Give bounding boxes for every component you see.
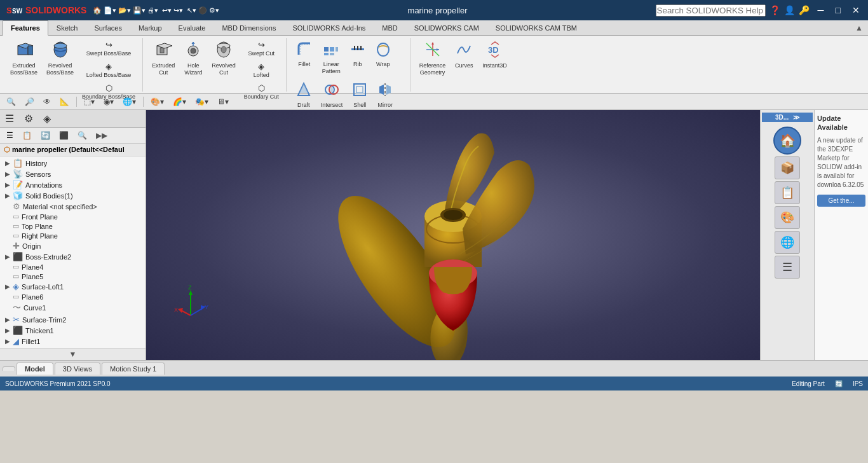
panel-expand-btn[interactable]: ≫ <box>793 114 799 121</box>
viewport[interactable]: Z X Y <box>146 110 760 360</box>
help-btn[interactable]: ❓ <box>770 5 780 15</box>
wrap-btn[interactable]: Wrap <box>371 38 395 71</box>
tree-annotations[interactable]: ▶ 📝 Annotations <box>0 179 146 190</box>
swept-boss-btn[interactable]: ↪ Swept Boss/Base <box>79 38 139 59</box>
get-update-btn[interactable]: Get the... <box>817 195 865 207</box>
expand-surface-loft1[interactable]: ▶ <box>5 283 13 290</box>
shell-btn[interactable]: Shell <box>348 79 372 111</box>
sidebar-tool1[interactable]: ☰ <box>3 129 17 142</box>
close-btn[interactable]: ✕ <box>849 5 863 15</box>
tab-markup[interactable]: Markup <box>130 20 170 35</box>
reference-geometry-btn[interactable]: ReferenceGeometry <box>416 38 450 79</box>
instant3d-btn[interactable]: 3D Instant3D <box>478 38 511 72</box>
revolved-boss-btn[interactable]: RevolvedBoss/Base <box>43 38 78 79</box>
tab-sketch[interactable]: Sketch <box>48 20 86 35</box>
ribbon-collapse-btn[interactable]: ▲ <box>855 24 863 32</box>
three-d-circle-btn[interactable]: 🏠 <box>773 127 801 155</box>
panel-icon-5[interactable]: ☰ <box>775 256 800 279</box>
sidebar-tool3[interactable]: 🔄 <box>37 129 54 142</box>
tree-curve1[interactable]: ▶ 〜 Curve1 <box>0 301 146 314</box>
tree-fillet1[interactable]: ▶ ◢ Fillet1 <box>0 336 146 347</box>
view-scene-btn[interactable]: 🎭▾ <box>191 95 212 108</box>
tree-sensors[interactable]: ▶ 📡 Sensors <box>0 169 146 179</box>
user-btn[interactable]: 👤 <box>784 5 795 15</box>
tree-plane5[interactable]: ▶ ▭ Plane5 <box>0 272 146 281</box>
tab-sw-cam-tbm[interactable]: SOLIDWORKS CAM TBM <box>487 20 585 35</box>
tree-right-plane[interactable]: ▶ ▭ Right Plane <box>0 231 146 240</box>
tab-surfaces[interactable]: Surfaces <box>86 20 130 35</box>
tree-thicken1[interactable]: ▶ ⬛ Thicken1 <box>0 325 146 336</box>
save-btn[interactable]: 💾▾ <box>133 6 146 15</box>
home-btn[interactable]: 🏠 <box>93 6 102 15</box>
view-search2-btn[interactable]: 🔎 <box>21 95 38 108</box>
expand-boss-extrude2[interactable]: ▶ <box>5 253 13 260</box>
redo-btn[interactable]: ↪▾ <box>173 6 183 15</box>
curves-btn[interactable]: Curves <box>451 38 477 72</box>
view-search-btn[interactable]: 🔍 <box>3 95 20 108</box>
tab-features[interactable]: Features <box>3 20 48 36</box>
rib-btn[interactable]: Rib <box>346 38 370 71</box>
tree-boss-extrude2[interactable]: ▶ ⬛ Boss-Extrude2 <box>0 251 146 262</box>
panel-icon-3[interactable]: 🎨 <box>775 206 800 229</box>
tree-front-plane[interactable]: ▶ ▭ Front Plane <box>0 212 146 221</box>
view-box-btn[interactable]: 📐 <box>56 95 73 108</box>
sidebar-tool4[interactable]: ⬛ <box>55 129 72 142</box>
signin-btn[interactable]: 🔑 <box>799 5 810 15</box>
view-display2-btn[interactable]: 🖥▾ <box>214 95 233 108</box>
expand-fillet1[interactable]: ▶ <box>5 338 13 345</box>
panel-icon-1[interactable]: 📦 <box>775 156 800 179</box>
new-btn[interactable]: 📄▾ <box>104 6 116 15</box>
mirror-btn[interactable]: Mirror <box>373 79 397 111</box>
tree-top-plane[interactable]: ▶ ▭ Top Plane <box>0 221 146 231</box>
maximize-btn[interactable]: □ <box>832 5 844 15</box>
tree-solid-bodies[interactable]: ▶ 🧊 Solid Bodies(1) <box>0 190 146 201</box>
view-display-btn[interactable]: ◉▾ <box>100 95 118 108</box>
tab-mbd[interactable]: MBD <box>374 20 405 35</box>
print-btn[interactable]: 🖨▾ <box>147 6 158 15</box>
open-btn[interactable]: 📂▾ <box>118 6 131 15</box>
fillet-btn[interactable]: Fillet <box>292 38 317 71</box>
view-eye-btn[interactable]: 👁 <box>39 95 55 108</box>
linear-pattern-btn[interactable]: LinearPattern <box>318 38 344 78</box>
hole-wizard-btn[interactable]: HoleWizard <box>180 38 207 79</box>
tab-unnamed[interactable] <box>3 366 15 371</box>
expand-sensors[interactable]: ▶ <box>5 170 13 177</box>
expand-annotations[interactable]: ▶ <box>5 181 13 188</box>
expand-history[interactable]: ▶ <box>5 160 13 167</box>
sidebar-tab-features[interactable]: ☰ <box>0 110 19 127</box>
tree-plane4[interactable]: ▶ ▭ Plane4 <box>0 262 146 272</box>
expand-solid-bodies[interactable]: ▶ <box>5 192 13 199</box>
minimize-btn[interactable]: ─ <box>815 5 827 15</box>
tree-history[interactable]: ▶ 📋 History <box>0 158 146 169</box>
lofted-cut-btn[interactable]: ◈ Lofted <box>241 60 282 81</box>
expand-thicken1[interactable]: ▶ <box>5 327 13 334</box>
sidebar-scroll-down[interactable]: ▼ <box>69 350 77 359</box>
extruded-cut-btn[interactable]: ExtrudedCut <box>148 38 179 79</box>
tree-origin[interactable]: ▶ ✚ Origin <box>0 240 146 251</box>
tab-mbd-dimensions[interactable]: MBD Dimensions <box>214 20 284 35</box>
view-appear-btn[interactable]: 🌈▾ <box>169 95 190 108</box>
sidebar-tab-pm[interactable]: ⚙ <box>19 110 38 127</box>
sidebar-filter[interactable]: ▶▶ <box>92 129 111 142</box>
tab-sw-cam[interactable]: SOLIDWORKS CAM <box>406 20 487 35</box>
select-btn[interactable]: ↖▾ <box>187 6 196 15</box>
tab-3d-views[interactable]: 3D Views <box>55 363 100 375</box>
search-input[interactable] <box>656 4 766 17</box>
view-color-btn[interactable]: 🎨▾ <box>147 95 168 108</box>
sidebar-tool5[interactable]: 🔍 <box>74 129 91 142</box>
tab-addins[interactable]: SOLIDWORKS Add-Ins <box>284 20 374 35</box>
tree-material[interactable]: ▶ ⚙ Material <not specified> <box>0 201 146 212</box>
boundary-cut-btn[interactable]: ⬡ Boundary Cut <box>241 81 282 102</box>
tab-evaluate[interactable]: Evaluate <box>170 20 214 35</box>
panel-icon-4[interactable]: 🌐 <box>775 231 800 254</box>
draft-btn[interactable]: Draft <box>292 79 316 111</box>
tree-surface-trim2[interactable]: ▶ ✂ Surface-Trim2 <box>0 314 146 325</box>
panel-icon-2[interactable]: 📋 <box>775 181 800 204</box>
sidebar-root-item[interactable]: ⬡ marine propeller (Default<<Defaul <box>0 144 146 156</box>
sidebar-tab-config[interactable]: ◈ <box>38 110 56 127</box>
swept-cut-btn[interactable]: ↪ Swept Cut <box>241 38 282 59</box>
tree-surface-loft1[interactable]: ▶ ◈ Surface-Loft1 <box>0 281 146 292</box>
tab-motion-study[interactable]: Motion Study 1 <box>102 363 165 375</box>
tree-plane6[interactable]: ▶ ▭ Plane6 <box>0 292 146 301</box>
undo-btn[interactable]: ↩▾ <box>162 6 172 15</box>
